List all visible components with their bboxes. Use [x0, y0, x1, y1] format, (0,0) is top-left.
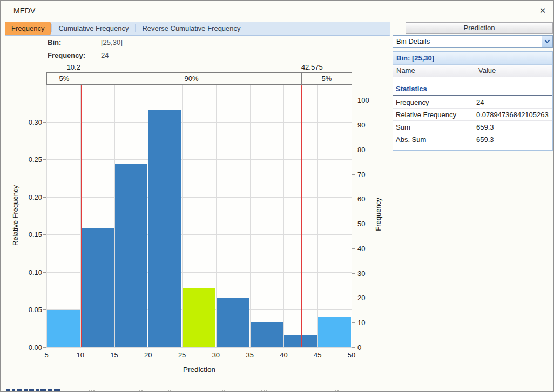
clipped-text-fragment: [170, 390, 171, 392]
column-value: Value: [475, 65, 552, 77]
x-axis-tick-label: 35: [246, 351, 253, 359]
detail-view-dropdown[interactable]: Bin Details: [393, 35, 553, 48]
clipped-text-fragment: [29, 389, 34, 392]
left-axis-tick-label: 0.15: [29, 231, 42, 239]
stat-value: 659.3: [475, 123, 552, 131]
x-axis-tick-label: 10: [77, 351, 84, 359]
left-axis-tick: [43, 347, 46, 348]
dropdown-selected-value: Bin Details: [396, 36, 430, 47]
gridline-horizontal: [46, 159, 352, 160]
right-axis-title: Frequency: [374, 198, 382, 231]
left-axis-tick-label: 0.30: [29, 118, 42, 126]
stat-name: Abs. Sum: [393, 136, 475, 144]
clipped-text-fragment: [266, 390, 267, 392]
percentile-segment: 90%: [82, 72, 301, 85]
left-axis-tick: [43, 309, 46, 310]
stat-value: 659.3: [475, 136, 552, 144]
histogram-bar-[10,15)[interactable]: [81, 228, 114, 347]
left-axis-tick-label: 0.10: [29, 268, 42, 276]
histogram-bar-[25,30)[interactable]: [183, 288, 215, 347]
clipped-text-fragment: [36, 389, 39, 392]
histogram-chart: 10.2 42.575 Relative Frequency Frequency…: [1, 1, 393, 379]
clipped-text-fragment: [264, 390, 265, 392]
clipped-text-fragment: [139, 390, 140, 392]
x-axis-tick-label: 20: [144, 351, 152, 359]
clipped-text-fragment: [89, 390, 90, 392]
column-header-prediction[interactable]: Prediction: [406, 22, 553, 34]
gridline-vertical: [317, 84, 318, 347]
right-axis-tick-label: 10: [357, 319, 365, 327]
stat-name: Frequency: [393, 98, 475, 106]
percentile-segment: 5%: [301, 72, 352, 85]
upper-percentile-value: 42.575: [301, 63, 323, 71]
right-axis-tick: [352, 224, 355, 224]
clipped-text-fragment: [222, 390, 223, 392]
left-axis-tick: [43, 122, 46, 123]
right-axis-tick-label: 20: [357, 294, 365, 302]
gridline-horizontal: [46, 197, 352, 198]
right-axis-tick: [352, 273, 355, 274]
histogram-bar-[35,40)[interactable]: [251, 322, 283, 347]
histogram-window: MEDV ✕ FrequencyCumulative FrequencyReve…: [0, 0, 554, 392]
left-axis-tick: [43, 197, 46, 198]
right-axis-tick: [352, 347, 355, 348]
right-axis-tick-label: 30: [357, 269, 365, 277]
stat-name: Relative Frequency: [393, 111, 475, 119]
right-axis-tick-label: 60: [357, 195, 365, 203]
clipped-text-fragment: [91, 390, 92, 392]
right-axis-tick: [352, 174, 355, 175]
clipped-text-fragment: [12, 389, 15, 392]
left-axis-tick: [43, 159, 46, 160]
statistics-row: Frequency24: [393, 96, 552, 109]
plot-area: [46, 84, 352, 347]
right-axis-tick-label: 0: [357, 343, 361, 352]
percentile-line: [301, 84, 302, 347]
x-axis-title: Prediction: [183, 366, 215, 374]
x-axis-tick-label: 5: [44, 351, 48, 359]
statistics-rows: Frequency24Relative Frequency0.078947368…: [393, 96, 552, 146]
close-icon[interactable]: ✕: [537, 5, 549, 17]
right-axis-tick-label: 90: [357, 121, 365, 129]
clipped-text-fragment: [6, 389, 10, 392]
right-axis-tick-label: 50: [357, 220, 365, 228]
clipped-text-fragment: [141, 390, 143, 392]
histogram-bar-[45,50][interactable]: [318, 317, 351, 347]
gridline-vertical: [352, 84, 352, 347]
percentile-segment: 5%: [46, 72, 82, 85]
stat-name: Sum: [393, 123, 475, 131]
histogram-bar-[5,10)[interactable]: [47, 310, 80, 347]
statistics-row: Relative Frequency0.07894736842105263: [393, 109, 552, 121]
column-name: Name: [393, 65, 475, 77]
chevron-down-icon: [545, 38, 550, 43]
clipped-text-fragment: [261, 390, 262, 392]
clipped-text-fragment: [337, 390, 339, 392]
left-axis-tick-label: 0.00: [29, 343, 42, 352]
clipped-text-fragment: [224, 390, 225, 392]
statistics-row: Sum659.3: [393, 121, 552, 133]
gridline-horizontal: [46, 347, 352, 348]
right-axis-tick-label: 80: [357, 145, 365, 153]
x-axis-tick-label: 30: [212, 351, 220, 359]
bin-details-title: Bin: [25,30]: [393, 52, 552, 65]
clipped-text-fragment: [24, 389, 28, 392]
x-axis-tick-label: 50: [348, 351, 355, 359]
clipped-text-fragment: [93, 390, 95, 392]
histogram-bar-[30,35)[interactable]: [217, 298, 249, 347]
clipped-text-fragment: [40, 389, 46, 392]
histogram-bar-[15,20)[interactable]: [115, 164, 148, 347]
clipped-text-fragment: [335, 390, 336, 392]
histogram-bar-[20,25)[interactable]: [148, 110, 181, 347]
dropdown-button[interactable]: [542, 36, 552, 47]
right-axis-tick-label: 100: [357, 96, 369, 104]
statistics-section-header: Statistics: [393, 83, 552, 96]
left-axis-tick-label: 0.25: [29, 156, 42, 164]
x-axis-tick-label: 25: [178, 351, 186, 359]
clipped-text-fragment: [54, 389, 60, 392]
x-axis-tick-label: 15: [110, 351, 118, 359]
gridline-vertical: [46, 84, 47, 347]
gridline-vertical: [283, 84, 284, 347]
stat-value: 0.07894736842105263: [475, 111, 552, 119]
table-column-header: Name Value: [393, 65, 552, 77]
clipped-underlying-content: [1, 388, 554, 392]
left-axis-tick: [43, 234, 46, 235]
